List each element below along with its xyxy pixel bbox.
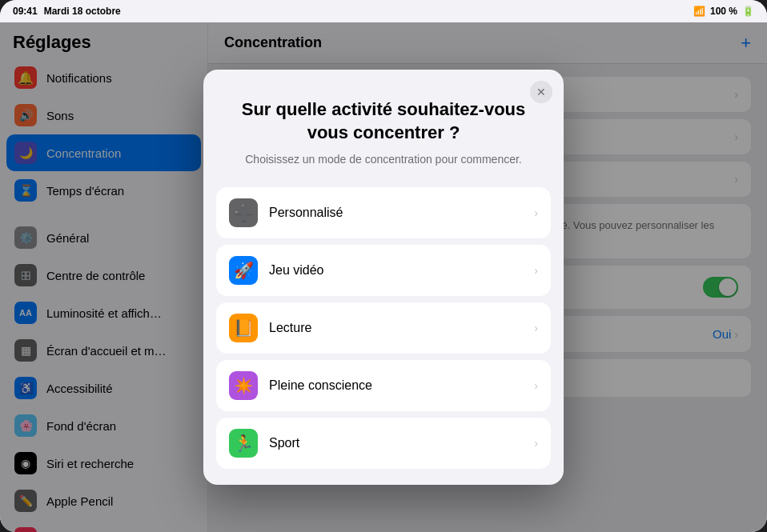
jeu-chevron: › [534, 264, 538, 277]
modal-item-lecture-left: 📙 Lecture [229, 314, 311, 342]
modal-item-perso-label: Personnalisé [269, 206, 343, 220]
modal-item-lecture[interactable]: 📙 Lecture › [216, 302, 551, 354]
modal-item-pleine-label: Pleine conscience [269, 378, 372, 393]
modal-item-pleine-left: ✴️ Pleine conscience [229, 371, 372, 400]
pleine-chevron: › [534, 379, 538, 392]
pleine-icon: ✴️ [229, 371, 258, 400]
lecture-icon: 📙 [229, 314, 258, 342]
modal-list: ➕ Personnalisé › 🚀 Jeu vidéo › [203, 178, 564, 485]
status-bar-right: 📶 100 % 🔋 [693, 6, 754, 17]
lecture-chevron: › [534, 322, 538, 334]
status-time: 09:41 [13, 6, 38, 17]
status-date: Mardi 18 octobre [44, 6, 121, 17]
modal-subtitle: Choisissez un mode de concentration pour… [235, 152, 532, 168]
jeu-icon: 🚀 [229, 256, 258, 285]
modal-title: Sur quelle activité souhaitez-vousvous c… [235, 98, 532, 144]
status-bar: 09:41 Mardi 18 octobre 📶 100 % 🔋 [0, 0, 767, 22]
battery-icon: 🔋 [742, 6, 754, 17]
modal-item-sport[interactable]: 🏃 Sport › [216, 418, 551, 469]
modal-overlay[interactable]: ✕ Sur quelle activité souhaitez-vousvous… [0, 22, 767, 532]
sport-icon: 🏃 [229, 429, 258, 458]
modal-item-jeu-label: Jeu vidéo [269, 263, 324, 278]
modal-item-perso[interactable]: ➕ Personnalisé › [216, 187, 551, 238]
perso-icon: ➕ [229, 198, 258, 227]
modal-item-sport-label: Sport [269, 436, 299, 450]
battery-label: 100 % [710, 6, 737, 17]
ipad-frame: 09:41 Mardi 18 octobre 📶 100 % 🔋 Réglage… [0, 0, 767, 532]
modal-close-button[interactable]: ✕ [530, 81, 552, 103]
main-content: Réglages 🔔 Notifications 🔊 Sons 🌙 Concen… [0, 22, 767, 532]
modal: ✕ Sur quelle activité souhaitez-vousvous… [203, 70, 564, 485]
modal-item-jeu[interactable]: 🚀 Jeu vidéo › [216, 245, 551, 296]
status-bar-left: 09:41 Mardi 18 octobre [13, 6, 121, 17]
modal-item-lecture-label: Lecture [269, 321, 311, 335]
modal-item-perso-left: ➕ Personnalisé [229, 198, 343, 227]
modal-header: Sur quelle activité souhaitez-vousvous c… [203, 70, 564, 178]
wifi-icon: 📶 [693, 6, 705, 17]
sport-chevron: › [534, 437, 538, 450]
modal-item-jeu-left: 🚀 Jeu vidéo [229, 256, 324, 285]
modal-item-sport-left: 🏃 Sport [229, 429, 299, 458]
perso-chevron: › [534, 206, 538, 219]
modal-item-pleine[interactable]: ✴️ Pleine conscience › [216, 360, 551, 411]
